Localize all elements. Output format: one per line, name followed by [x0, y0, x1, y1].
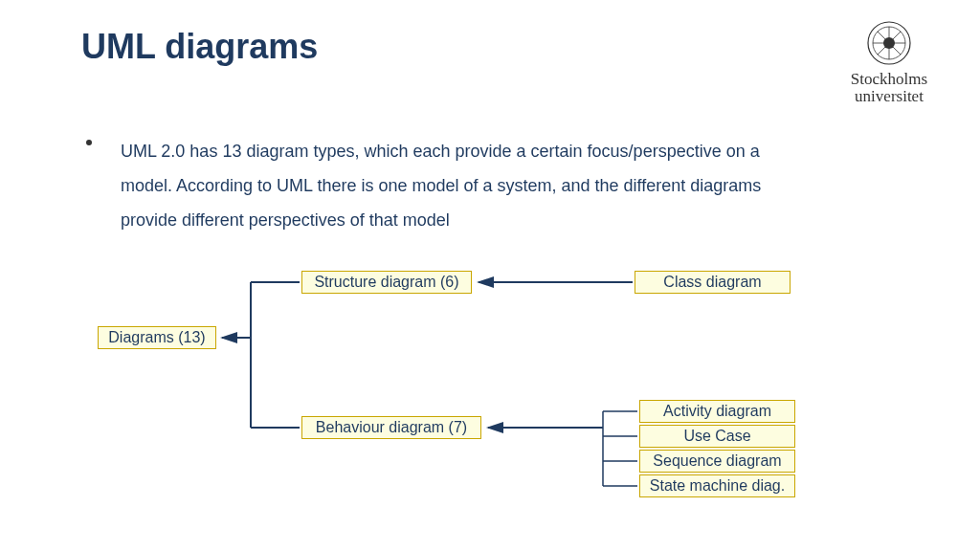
node-class: Class diagram	[635, 271, 791, 294]
node-sequence: Sequence diagram	[639, 450, 795, 473]
svg-point-6	[883, 37, 895, 49]
node-state: State machine diag.	[639, 474, 795, 497]
node-structure: Structure diagram (6)	[301, 271, 472, 294]
university-logo: Stockholms universitet	[836, 19, 942, 105]
node-behaviour: Behaviour diagram (7)	[301, 416, 481, 439]
node-activity: Activity diagram	[639, 400, 795, 423]
connector-lines	[0, 0, 980, 551]
page-title: UML diagrams	[81, 27, 318, 67]
bullet-dot-icon	[86, 140, 92, 145]
logo-text-2: universitet	[836, 88, 942, 105]
slide: UML diagrams Stockholms universitet UML …	[0, 0, 980, 551]
node-diagrams: Diagrams (13)	[98, 326, 216, 349]
node-usecase: Use Case	[639, 425, 795, 448]
bullet-text: UML 2.0 has 13 diagram types, which each…	[121, 134, 813, 237]
seal-icon	[865, 19, 913, 67]
bullet-item: UML 2.0 has 13 diagram types, which each…	[86, 134, 813, 237]
logo-text-1: Stockholms	[836, 71, 942, 88]
